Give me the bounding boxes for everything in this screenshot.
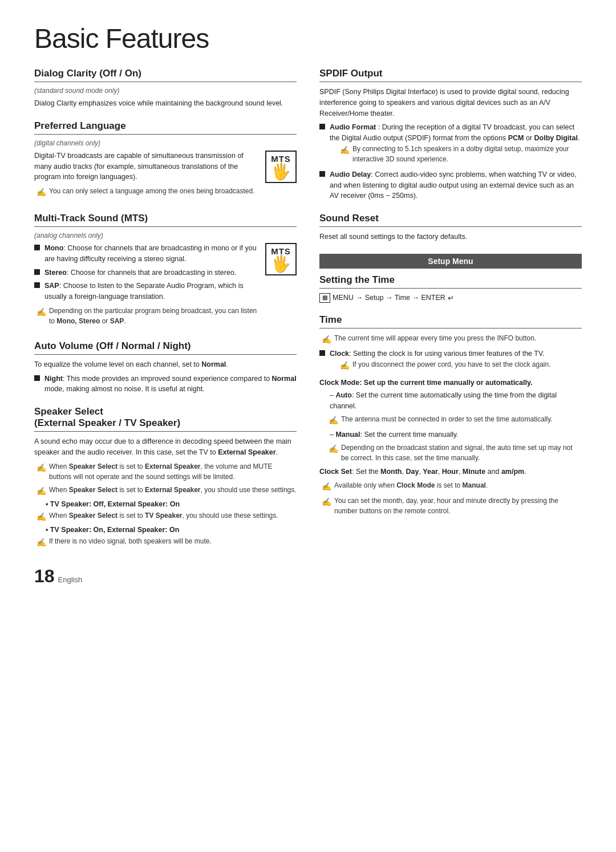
bullet-square [319, 350, 325, 356]
list-item: SAP: Choose to listen to the Separate Au… [34, 281, 260, 302]
dialog-clarity-body: Dialog Clarity emphasizes voice while ma… [34, 98, 297, 109]
time-title: Time [319, 314, 582, 328]
preferred-language-body: Digital-TV broadcasts are capable of sim… [34, 151, 260, 182]
preferred-language-content: Digital-TV broadcasts are capable of sim… [34, 151, 297, 201]
list-item: Mono: Choose for channels that are broad… [34, 243, 260, 265]
note-icon: ✍ [322, 334, 331, 346]
speaker-select-title: Speaker Select(External Speaker / TV Spe… [34, 406, 297, 432]
note-icon: ✍ [329, 443, 338, 455]
menu-path: ⊞ MENU → Setup → Time → ENTER ↵ [319, 293, 582, 303]
list-item: Audio Delay: Correct audio-video sync pr… [319, 169, 582, 201]
speaker-select-body: A sound echo may occur due to a differen… [34, 436, 297, 458]
section-auto-volume: Auto Volume (Off / Normal / Night) To eq… [34, 340, 297, 395]
clock-sub-note: ✍ If you disconnect the power cord, you … [330, 359, 551, 372]
speaker-note-4: ✍ If there is no video signal, both spea… [34, 536, 297, 549]
multi-track-subtitle: (analog channels only) [34, 232, 297, 240]
section-preferred-language: Preferred Language (digital channels onl… [34, 120, 297, 201]
note-icon: ✍ [37, 462, 46, 474]
bullet-square [34, 282, 40, 288]
auto-volume-list: Night: This mode provides an improved so… [34, 374, 297, 395]
bullet-square [34, 245, 40, 250]
section-setting-time: Setting the Time ⊞ MENU → Setup → Time →… [319, 274, 582, 303]
preferred-language-subtitle: (digital channels only) [34, 139, 297, 147]
mts-badge-preferred: MTS 🖐 [265, 151, 297, 183]
auto-volume-title: Auto Volume (Off / Normal / Night) [34, 340, 297, 355]
multi-track-note: ✍ Depending on the particular program be… [34, 306, 260, 326]
mts-hand-icon: 🖐 [271, 164, 291, 180]
mts-badge-multi: MTS 🖐 [265, 243, 297, 275]
clock-mode-text: Clock Mode: Set up the current time manu… [319, 378, 582, 388]
spdif-title: SPDIF Output [319, 68, 582, 82]
enter-icon: ↵ [448, 294, 454, 302]
sound-reset-body: Reset all sound settings to the factory … [319, 232, 582, 242]
multi-track-content: Mono: Choose for channels that are broad… [34, 243, 297, 329]
left-column: Dialog Clarity (Off / On) (standard soun… [34, 68, 297, 587]
clock-set-note: ✍ Available only when Clock Mode is set … [319, 480, 582, 493]
page-title: Basic Features [34, 23, 582, 54]
note-icon: ✍ [37, 511, 46, 523]
note-icon: ✍ [329, 415, 338, 427]
page-language: English [58, 575, 83, 584]
mts-hand-icon: 🖐 [271, 256, 291, 272]
manual-note: ✍ Depending on the broadcast station and… [319, 443, 582, 463]
list-item: Night: This mode provides an improved so… [34, 374, 297, 395]
spdif-list: Audio Format : During the reception of a… [319, 122, 582, 201]
setup-menu-bar: Setup Menu [319, 254, 582, 269]
page-number: 18 [34, 566, 55, 587]
note-icon: ✍ [340, 144, 350, 156]
section-speaker-select: Speaker Select(External Speaker / TV Spe… [34, 406, 297, 549]
final-note: ✍ You can set the month, day, year, hour… [319, 496, 582, 516]
speaker-note-3: ✍ When Speaker Select is set to TV Speak… [34, 510, 297, 523]
note-icon: ✍ [37, 485, 46, 497]
audio-format-note: ✍ By connecting to 5.1ch speakers in a d… [330, 144, 582, 164]
menu-icon: ⊞ [319, 293, 330, 303]
bullet-square [34, 269, 40, 275]
section-sound-reset: Sound Reset Reset all sound settings to … [319, 213, 582, 242]
bullet-square [319, 171, 325, 177]
setting-time-title: Setting the Time [319, 274, 582, 289]
list-item: Stereo: Choose for channels that are bro… [34, 267, 260, 278]
section-spdif: SPDIF Output SPDIF (Sony Philips Digital… [319, 68, 582, 201]
list-item: Clock: Setting the clock is for using va… [319, 348, 582, 374]
multi-track-list: Mono: Choose for channels that are broad… [34, 243, 260, 302]
auto-volume-body: To equalize the volume level on each cha… [34, 359, 297, 370]
time-intro-note: ✍ The current time will appear every tim… [319, 333, 582, 346]
bullet-square [319, 124, 325, 129]
list-item: Audio Format : During the reception of a… [319, 122, 582, 167]
bullet-square [34, 375, 40, 381]
dialog-clarity-title: Dialog Clarity (Off / On) [34, 68, 297, 82]
speaker-bullet-1: TV Speaker: Off, External Speaker: On [34, 500, 297, 508]
note-icon: ✍ [340, 360, 350, 372]
note-icon: ✍ [322, 481, 331, 493]
page-number-row: 18 English [34, 566, 297, 587]
section-multi-track: Multi-Track Sound (MTS) (analog channels… [34, 213, 297, 329]
dash-auto: Auto: Set the current time automatically… [319, 390, 582, 412]
speaker-note-1: ✍ When Speaker Select is set to External… [34, 461, 297, 482]
auto-note: ✍ The antenna must be connected in order… [319, 414, 582, 427]
right-column: SPDIF Output SPDIF (Sony Philips Digital… [319, 68, 582, 587]
speaker-note-2: ✍ When Speaker Select is set to External… [34, 485, 297, 497]
preferred-language-note: ✍ You can only select a language among t… [34, 186, 260, 198]
sound-reset-title: Sound Reset [319, 213, 582, 227]
dialog-clarity-subtitle: (standard sound mode only) [34, 87, 297, 95]
multi-track-title: Multi-Track Sound (MTS) [34, 213, 297, 227]
menu-separator: → Setup → Time → ENTER [356, 294, 445, 302]
menu-path-text: MENU [333, 294, 354, 302]
section-time: Time ✍ The current time will appear ever… [319, 314, 582, 517]
section-dialog-clarity: Dialog Clarity (Off / On) (standard soun… [34, 68, 297, 109]
note-icon: ✍ [37, 186, 46, 198]
time-list: Clock: Setting the clock is for using va… [319, 348, 582, 374]
note-icon: ✍ [37, 537, 46, 549]
dash-manual: Manual: Set the current time manually. [319, 429, 582, 440]
clock-set-label: Clock Set: Set the Month, Day, Year, Hou… [319, 466, 582, 477]
note-icon: ✍ [37, 306, 46, 318]
speaker-bullet-2: TV Speaker: On, External Speaker: On [34, 526, 297, 534]
spdif-body: SPDIF (Sony Philips Digital Interface) i… [319, 87, 582, 119]
preferred-language-title: Preferred Language [34, 120, 297, 135]
note-icon: ✍ [322, 496, 331, 508]
